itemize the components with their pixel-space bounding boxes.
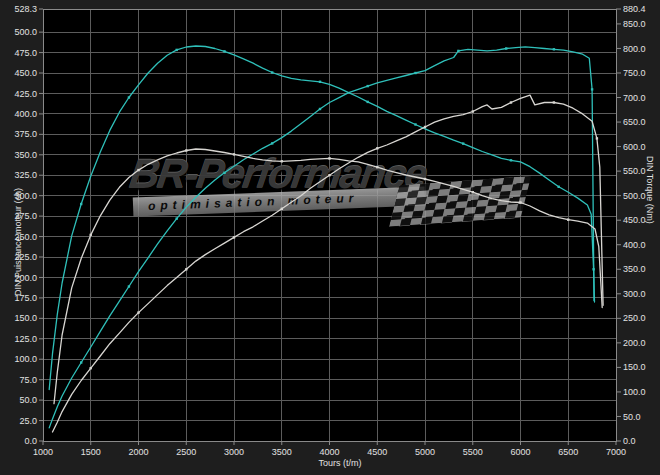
svg-text:800.0: 800.0 bbox=[623, 44, 646, 54]
svg-text:1500: 1500 bbox=[81, 447, 101, 457]
svg-text:5000: 5000 bbox=[415, 447, 435, 457]
svg-text:6500: 6500 bbox=[558, 447, 578, 457]
svg-text:700.0: 700.0 bbox=[623, 93, 646, 103]
svg-text:4000: 4000 bbox=[319, 447, 339, 457]
svg-text:100.0: 100.0 bbox=[14, 354, 37, 364]
svg-text:50.0: 50.0 bbox=[623, 412, 641, 422]
svg-text:150.0: 150.0 bbox=[14, 313, 37, 323]
svg-text:5500: 5500 bbox=[463, 447, 483, 457]
svg-text:350.0: 350.0 bbox=[14, 150, 37, 160]
svg-text:325.0: 325.0 bbox=[14, 170, 37, 180]
svg-text:500.0: 500.0 bbox=[14, 27, 37, 37]
svg-text:400.0: 400.0 bbox=[14, 109, 37, 119]
svg-text:350.0: 350.0 bbox=[623, 264, 646, 274]
plot-grid-layer: 0.025.050.075.0100.0125.0150.0175.0200.0… bbox=[0, 0, 660, 475]
svg-text:450.0: 450.0 bbox=[14, 68, 37, 78]
svg-text:425.0: 425.0 bbox=[14, 89, 37, 99]
svg-text:25.0: 25.0 bbox=[19, 416, 37, 426]
svg-text:4500: 4500 bbox=[367, 447, 387, 457]
svg-text:3000: 3000 bbox=[224, 447, 244, 457]
svg-text:150.0: 150.0 bbox=[623, 362, 646, 372]
svg-text:2500: 2500 bbox=[176, 447, 196, 457]
svg-text:880.4: 880.4 bbox=[623, 4, 646, 14]
x-axis-title: Tours (t/m) bbox=[250, 458, 430, 468]
svg-text:375.0: 375.0 bbox=[14, 129, 37, 139]
svg-text:500.0: 500.0 bbox=[623, 191, 646, 201]
checkered-flag-decoration bbox=[389, 176, 531, 227]
dyno-chart-window: 0.025.050.075.0100.0125.0150.0175.0200.0… bbox=[0, 0, 660, 475]
svg-text:650.0: 650.0 bbox=[623, 117, 646, 127]
svg-text:528.3: 528.3 bbox=[14, 4, 37, 14]
svg-text:7000: 7000 bbox=[606, 447, 626, 457]
svg-text:0.0: 0.0 bbox=[24, 436, 37, 446]
svg-text:2000: 2000 bbox=[128, 447, 148, 457]
svg-text:100.0: 100.0 bbox=[623, 387, 646, 397]
svg-text:400.0: 400.0 bbox=[623, 240, 646, 250]
svg-text:250.0: 250.0 bbox=[623, 313, 646, 323]
svg-text:750.0: 750.0 bbox=[623, 68, 646, 78]
svg-text:3500: 3500 bbox=[272, 447, 292, 457]
svg-text:475.0: 475.0 bbox=[14, 48, 37, 58]
svg-text:550.0: 550.0 bbox=[623, 166, 646, 176]
svg-text:6000: 6000 bbox=[510, 447, 530, 457]
svg-text:0.0: 0.0 bbox=[623, 436, 636, 446]
svg-text:450.0: 450.0 bbox=[623, 215, 646, 225]
svg-text:200.0: 200.0 bbox=[623, 338, 646, 348]
y-right-axis-title: DIN Torque (Nm) bbox=[645, 156, 655, 224]
y-left-axis-title: DIN Puissance moteur (ch) bbox=[13, 188, 23, 296]
svg-text:1000: 1000 bbox=[33, 447, 53, 457]
svg-text:850.0: 850.0 bbox=[623, 19, 646, 29]
dyno-curves-layer bbox=[0, 0, 660, 475]
svg-text:600.0: 600.0 bbox=[623, 142, 646, 152]
svg-text:75.0: 75.0 bbox=[19, 375, 37, 385]
svg-text:125.0: 125.0 bbox=[14, 334, 37, 344]
svg-text:50.0: 50.0 bbox=[19, 395, 37, 405]
svg-text:300.0: 300.0 bbox=[623, 289, 646, 299]
